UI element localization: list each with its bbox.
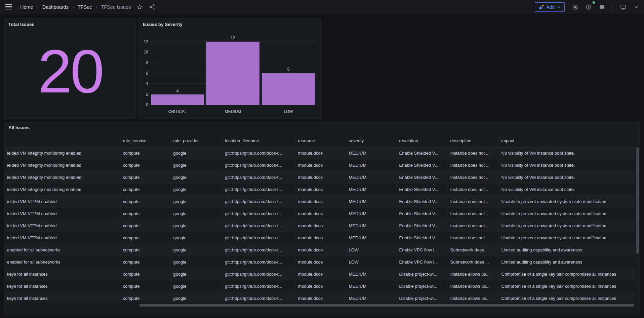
table-cell: Disable project-wi... [396,292,447,303]
table-cell: compute [120,232,170,244]
table-cell: google [170,159,222,171]
table-row: ielded VM integrity monitoring enabledco… [4,171,636,183]
table-cell: git::https:/github.com/dcos-t... [222,171,295,183]
breadcrumb-item[interactable]: Home [20,4,33,10]
table-cell: compute [120,244,170,256]
table-cell: ielded VM VTPM enabled [4,220,120,232]
table-cell: module.dcos [295,195,346,207]
table-cell: google [170,256,222,268]
monitor-icon[interactable] [620,4,627,10]
y-axis-tick-label: 2 [139,92,148,97]
table-cell: git::https:/github.com/dcos-t... [222,195,295,207]
table-cell: MEDIUM [346,232,396,244]
table-cell: keys for all instances [4,292,120,303]
star-icon[interactable] [137,4,143,10]
table-row: keys for all instancescomputegooglegit::… [4,268,636,280]
bar-low [262,73,315,105]
table-cell: Limited auditing capability and awarenes… [498,244,636,256]
table-cell: MEDIUM [346,171,396,183]
table-cell: compute [120,159,170,171]
table-cell: Enable Shielded V... [396,220,447,232]
save-icon[interactable] [572,4,578,10]
table-cell: google [170,220,222,232]
y-axis-tick-label: 12 [139,39,148,44]
notification-dot [593,1,595,4]
table-cell: google [170,292,222,303]
table-column-header[interactable]: rule_provider [170,134,222,147]
table-cell: MEDIUM [346,280,396,292]
breadcrumb-item[interactable]: TFSec [78,4,92,10]
horizontal-scrollbar-thumb[interactable] [139,304,634,307]
bar-slot: 6 [262,42,315,105]
table-cell: Subnetwork does ... [447,244,498,256]
table-cell: module.dcos [295,244,346,256]
table-cell: LOW [346,244,396,256]
table-cell: module.dcos [295,207,346,220]
bar-medium [206,42,259,105]
table-cell: Compromise of a single key pair compromi… [498,292,636,303]
table-column-header[interactable]: resource [295,134,346,147]
table-cell: google [170,232,222,244]
table-cell: module.dcos [295,183,346,195]
table-cell: MEDIUM [346,292,396,303]
table-cell: Disable project-wi... [396,268,447,280]
table-header-row: rule_servicerule_providerlocation_filena… [4,134,636,147]
table-cell: MEDIUM [346,220,396,232]
x-axis-category-label: MEDIUM [206,109,259,114]
table-cell: compute [120,292,170,303]
table-cell: compute [120,280,170,292]
table-cell: ielded VM VTPM enabled [4,195,120,207]
table-cell: git::https:/github.com/dcos-t... [222,207,295,220]
breadcrumb-separator: › [96,4,97,10]
table-cell: git::https:/github.com/dcos-t... [222,159,295,171]
table-cell: google [170,171,222,183]
table-cell: module.dcos [295,171,346,183]
table-cell: module.dcos [295,268,346,280]
info-icon[interactable] [586,4,592,10]
chevron-down-icon[interactable] [634,5,639,9]
table-column-header[interactable]: description [447,134,498,147]
table-cell: git::https:/github.com/dcos-t... [222,292,295,303]
top-navbar: Home›Dashboards›TFSec›TFSec Issues Add [0,0,644,14]
table-column-header[interactable]: impact [498,134,636,147]
breadcrumb-item: TFSec Issues [101,4,131,10]
hamburger-menu-icon[interactable] [5,4,12,10]
y-axis-tick-label: 0 [139,103,148,107]
table-row: ielded VM integrity monitoring enabledco… [4,183,636,195]
table-column-header[interactable]: severity [346,134,396,147]
table-cell: ielded VM VTPM enabled [4,232,120,244]
table-column-header[interactable]: location_filename [222,134,295,147]
table-cell: Instance does not ... [447,207,498,220]
share-icon[interactable] [149,4,155,10]
bar-value-label: 6 [262,67,315,72]
breadcrumb-item[interactable]: Dashboards [42,4,69,10]
table-cell: ielded VM integrity monitoring enabled [4,183,120,195]
table-cell: google [170,280,222,292]
table-cell: Unable to prevent unwanted system state … [498,195,636,207]
table-cell: Subnetwork does ... [447,256,498,268]
panel-issues-by-severity: Issues by Severity 024681012 2126 CRITIC… [138,18,322,119]
add-button[interactable]: Add [535,2,565,12]
bar-value-label: 12 [206,35,259,40]
gear-icon[interactable] [599,4,605,10]
table-cell: compute [120,183,170,195]
panel-title[interactable]: All Issues [8,125,30,130]
table-cell: Enable VPC flow l... [396,256,447,268]
table-cell: Enable Shielded V... [396,147,447,159]
table-cell: Instance does not ... [447,171,498,183]
table-cell: Instance does not ... [447,183,498,195]
bar-value-label: 2 [151,88,204,93]
panel-title[interactable]: Issues by Severity [143,22,183,27]
vertical-scrollbar-thumb[interactable] [636,147,639,254]
table-row: enabled for all subnetworkscomputegoogle… [4,256,636,268]
table-cell: enabled for all subnetworks [4,256,120,268]
table-cell: module.dcos [295,256,346,268]
bar-chart-plus-icon [538,4,544,10]
table-column-header[interactable]: rule_service [120,134,170,147]
table-cell: Enable Shielded V... [396,195,447,207]
bar-chart: 2126 [151,42,315,105]
table-column-header[interactable]: resolution [396,134,447,147]
table-cell: No visibility of VM instance boot state. [498,183,636,195]
table-cell: ielded VM VTPM enabled [4,207,120,220]
table-column-header[interactable] [4,134,120,147]
